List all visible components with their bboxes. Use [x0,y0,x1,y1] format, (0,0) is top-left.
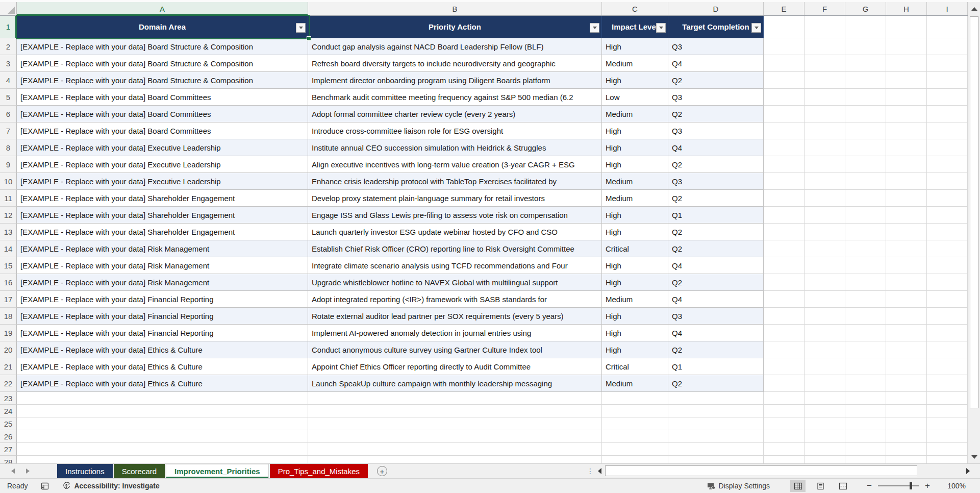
cell[interactable]: Q2 [668,274,764,291]
cell[interactable]: [EXAMPLE - Replace with your data] Board… [17,55,308,72]
cell[interactable]: Q3 [668,308,764,325]
cell[interactable] [805,405,845,417]
table-column-header[interactable]: Domain Area [17,16,308,38]
cell[interactable]: Q2 [668,156,764,173]
vertical-scrollbar-thumb[interactable] [970,16,978,408]
cell[interactable] [886,325,927,341]
cell[interactable]: [EXAMPLE - Replace with your data] Share… [17,224,308,240]
cell[interactable]: Q4 [668,257,764,274]
row-header-9[interactable]: 9 [0,156,17,173]
zoom-slider-thumb[interactable] [910,482,912,489]
cell[interactable]: Medium [602,291,668,308]
cell[interactable] [805,173,845,190]
row-header-7[interactable]: 7 [0,122,17,139]
cell[interactable] [886,72,927,89]
cell[interactable] [927,190,968,207]
cell[interactable] [845,430,886,443]
cell[interactable] [927,173,968,190]
cell[interactable]: Q2 [668,190,764,207]
cell[interactable] [308,456,602,463]
cell[interactable]: Q4 [668,55,764,72]
cell[interactable] [886,358,927,375]
cell[interactable]: High [602,122,668,139]
cell[interactable] [845,325,886,341]
cell[interactable]: Launch quarterly investor ESG update web… [308,224,602,240]
cell[interactable] [886,16,927,38]
cell[interactable]: High [602,341,668,358]
cell[interactable] [845,240,886,257]
cell[interactable]: Engage ISS and Glass Lewis pre-filing to… [308,207,602,224]
cell[interactable] [764,38,805,55]
row-header-13[interactable]: 13 [0,224,17,240]
cell[interactable] [845,139,886,156]
cell[interactable]: [EXAMPLE - Replace with your data] Risk … [17,274,308,291]
cell[interactable] [805,207,845,224]
cell[interactable]: High [602,274,668,291]
cell[interactable]: Refresh board diversity targets to inclu… [308,55,602,72]
cell[interactable]: High [602,72,668,89]
cell[interactable] [845,38,886,55]
cell[interactable]: Conduct anonymous culture survey using G… [308,341,602,358]
cell[interactable] [764,139,805,156]
column-header-f[interactable]: F [805,2,845,15]
cell[interactable]: High [602,207,668,224]
cell[interactable] [668,405,764,417]
cell[interactable] [308,392,602,405]
cell[interactable] [886,224,927,240]
cell[interactable] [886,274,927,291]
cell[interactable] [764,341,805,358]
cell[interactable] [845,190,886,207]
cell[interactable]: Q1 [668,207,764,224]
cell[interactable] [845,173,886,190]
cell[interactable] [805,358,845,375]
cell[interactable] [886,89,927,106]
column-header-d[interactable]: D [668,2,764,15]
cell[interactable] [17,417,308,430]
cell[interactable]: Upgrade whistleblower hotline to NAVEX G… [308,274,602,291]
row-header-12[interactable]: 12 [0,207,17,224]
cell[interactable] [886,156,927,173]
row-header-14[interactable]: 14 [0,240,17,257]
row-header-19[interactable]: 19 [0,325,17,341]
cell[interactable]: [EXAMPLE - Replace with your data] Risk … [17,240,308,257]
cell[interactable] [927,392,968,405]
row-header-1[interactable]: 1 [0,16,17,38]
sheet-tab-instructions[interactable]: Instructions [57,464,113,478]
cell[interactable] [764,190,805,207]
cell[interactable] [17,392,308,405]
cell[interactable]: Medium [602,106,668,122]
cell[interactable] [805,38,845,55]
cell[interactable] [927,405,968,417]
cell[interactable] [845,417,886,430]
column-header-a[interactable]: A [17,2,308,15]
cell[interactable]: [EXAMPLE - Replace with your data] Board… [17,38,308,55]
row-header-4[interactable]: 4 [0,72,17,89]
row-header-2[interactable]: 2 [0,38,17,55]
cell[interactable] [845,291,886,308]
cell[interactable] [308,417,602,430]
row-header-3[interactable]: 3 [0,55,17,72]
cell[interactable] [764,55,805,72]
vertical-scrollbar[interactable] [968,2,980,463]
cell[interactable]: [EXAMPLE - Replace with your data] Ethic… [17,358,308,375]
normal-view-button[interactable] [790,480,806,492]
cell[interactable]: Medium [602,173,668,190]
scroll-right-button[interactable] [963,465,972,477]
cell[interactable] [927,207,968,224]
cell[interactable] [845,456,886,463]
cell[interactable] [886,122,927,139]
cell[interactable]: Critical [602,240,668,257]
cell[interactable]: Align executive incentives with long-ter… [308,156,602,173]
cell[interactable] [927,417,968,430]
cell[interactable]: [EXAMPLE - Replace with your data] Share… [17,207,308,224]
cell[interactable] [886,443,927,456]
row-header-25[interactable]: 25 [0,417,17,430]
cell[interactable] [764,375,805,392]
column-header-i[interactable]: I [927,2,968,15]
cell[interactable]: Low [602,89,668,106]
cell[interactable] [845,224,886,240]
cell[interactable]: Q2 [668,72,764,89]
cell[interactable] [764,257,805,274]
cell[interactable] [764,274,805,291]
cell[interactable] [927,106,968,122]
